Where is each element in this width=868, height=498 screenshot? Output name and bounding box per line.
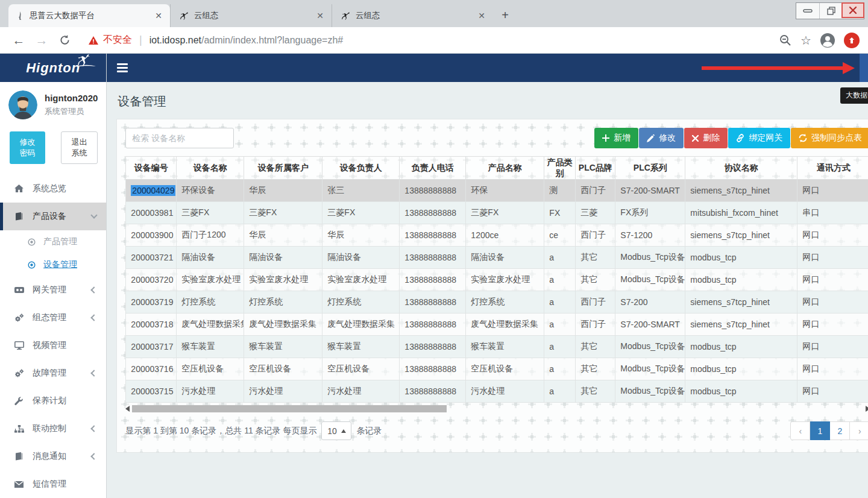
table-cell: 13888888888 (400, 314, 466, 336)
add-button[interactable]: 新增 (594, 128, 638, 148)
sidebar-item-maintenance-plan[interactable]: 保养计划 (0, 387, 106, 415)
new-tab-button[interactable]: + (497, 7, 514, 24)
bookmark-star-icon[interactable]: ☆ (800, 33, 811, 48)
bind-gateway-button[interactable]: 绑定网关 (728, 128, 790, 148)
column-header: 设备负责人 (322, 157, 400, 180)
browser-tab-3[interactable]: 云组态 ✕ (332, 4, 493, 27)
sidebar-item-message-notification[interactable]: 消息通知 (0, 443, 106, 470)
caret-up-icon (341, 429, 346, 433)
toolbar: 新增 修改 删除 绑定网关 (125, 128, 868, 148)
table-row[interactable]: 200003716空压机设备空压机设备空压机设备13888888888空压机设备… (126, 358, 868, 380)
user-avatar[interactable] (8, 90, 37, 119)
tab-close-icon[interactable]: ✕ (315, 10, 326, 21)
scrollbar-thumb[interactable] (132, 405, 447, 412)
tab-close-icon[interactable]: ✕ (153, 10, 164, 21)
table-row[interactable]: 200003715污水处理污水处理污水处理13888888888污水处理a其它M… (126, 380, 868, 403)
browser-tab-strip: 思普云大数据平台 ✕ 云组态 ✕ 云组态 ✕ + (0, 0, 868, 27)
delete-button[interactable]: 删除 (684, 128, 728, 148)
table-cell: 测 (544, 180, 576, 202)
table-row[interactable]: 200003718废气处理数据采集废气处理数据采集废气处理数据采集1388888… (126, 314, 868, 336)
book-icon (14, 212, 25, 221)
search-input[interactable] (125, 128, 234, 148)
sidebar-submenu-product-device: 产品管理 设备管理 (0, 230, 106, 276)
chevron-left-icon (91, 370, 98, 376)
scrollbar-track[interactable] (132, 405, 863, 412)
sidebar-item-sms-management[interactable]: 短信管理 (0, 470, 106, 498)
sidebar-item-product-management[interactable]: 产品管理 (0, 230, 106, 253)
change-password-button[interactable]: 修改密码 (10, 131, 45, 164)
window-restore-button[interactable] (819, 3, 842, 19)
table-cell: 三菱FX (177, 202, 244, 224)
dot-circle-icon (28, 261, 37, 269)
table-cell: siemens_s7tcp_hinet (685, 291, 797, 314)
pagination-page-2[interactable]: 2 (830, 421, 850, 440)
scroll-right-icon[interactable] (866, 406, 868, 412)
tab-title: 云组态 (356, 10, 471, 21)
sidebar-toggle-hamburger-icon[interactable] (107, 54, 137, 82)
url-text[interactable]: iot.idosp.net/admin/index.html?language=… (149, 35, 344, 46)
scroll-left-icon[interactable] (125, 406, 130, 412)
table-cell: 网口 (797, 180, 868, 202)
table-cell: a (544, 269, 576, 291)
table-cell: 串口 (797, 202, 868, 224)
table-cell: 隔油设备 (177, 247, 244, 269)
table-cell: 实验室废水处理 (466, 269, 544, 291)
sidebar-item-device-management[interactable]: 设备管理 (0, 253, 106, 276)
table-cell: Modbus_Tcp设备 (615, 269, 685, 291)
back-icon[interactable]: ← (8, 30, 29, 51)
logout-button[interactable]: 退出系统 (61, 131, 98, 164)
table-cell: 西门子 (576, 224, 615, 247)
sidebar-item-video-management[interactable]: 视频管理 (0, 332, 106, 359)
horizontal-scrollbar[interactable] (125, 404, 868, 414)
table-row[interactable]: 200003720实验室废水处理实验室废水处理实验室废水处理1388888888… (126, 269, 868, 291)
top-navbar (107, 54, 868, 82)
pagination-page-1[interactable]: 1 (810, 421, 830, 440)
browser-update-icon[interactable] (844, 33, 860, 48)
table-cell: 其它 (576, 336, 615, 358)
window-close-button[interactable] (841, 2, 864, 18)
table-cell: Modbus_Tcp设备 (615, 358, 685, 380)
window-minimize-button[interactable] (796, 3, 819, 19)
sidebar-item-fault-management[interactable]: 故障管理 (0, 359, 106, 387)
sidebar-item-scada-management[interactable]: 组态管理 (0, 304, 106, 332)
table-row[interactable]: 200003900西门子1200华辰华辰138888888881200cece西… (126, 224, 868, 247)
pagination-next-button[interactable]: › (850, 421, 868, 440)
table-cell: 网口 (797, 358, 868, 380)
table-cell: 网口 (797, 291, 868, 314)
pencil-icon (647, 134, 655, 142)
page-size-select[interactable]: 10 (321, 421, 351, 440)
browser-tab-2[interactable]: 云组态 ✕ (170, 4, 332, 27)
zoom-out-icon[interactable] (779, 34, 792, 47)
device-table: 设备编号设备名称设备所属客户设备负责人负责人电话产品名称产品类别PLC品牌PLC… (125, 156, 868, 403)
table-row[interactable]: 200003981三菱FX三菱FX三菱FX13888888888三菱FXFX三菱… (126, 202, 868, 224)
device-table-wrap: 设备编号设备名称设备所属客户设备负责人负责人电话产品名称产品类别PLC品牌PLC… (125, 156, 868, 403)
pagination-prev-button[interactable]: ‹ (790, 421, 810, 440)
content-area: 设备管理 新增 修改 (107, 82, 868, 498)
table-cell: S7-200 (615, 291, 685, 314)
wrench-icon (14, 397, 25, 405)
tab-close-icon[interactable]: ✕ (476, 10, 487, 21)
table-footer: 显示第 1 到第 10 条记录，总共 11 条记录 每页显示 10 条记录 ‹ … (125, 421, 868, 444)
table-cell: 隔油设备 (244, 247, 322, 269)
table-cell: 13888888888 (400, 291, 466, 314)
force-sync-button[interactable]: 强制同步点表 (791, 128, 868, 148)
browser-tab-1[interactable]: 思普云大数据平台 ✕ (8, 4, 170, 27)
table-cell: modbus_tcp (685, 269, 797, 291)
edit-button[interactable]: 修改 (639, 128, 684, 148)
forward-icon[interactable]: → (31, 30, 52, 51)
table-row[interactable]: 200004029环保设备华辰张三13888888888环保测西门子S7-200… (126, 180, 868, 202)
sidebar-item-product-device[interactable]: 产品设备 (0, 203, 106, 230)
table-cell: siemens_s7tcp_hinet (685, 224, 797, 247)
desktop-icon (14, 341, 25, 350)
table-row[interactable]: 200003719灯控系统灯控系统灯控系统13888888888灯控系统a西门子… (126, 291, 868, 314)
table-row[interactable]: 200003717猴车装置猴车装置猴车装置13888888888猴车装置a其它M… (126, 336, 868, 358)
table-cell: 200003720 (126, 269, 177, 291)
reload-icon[interactable] (54, 30, 75, 51)
table-cell: 其它 (576, 269, 615, 291)
security-indicator[interactable]: 不安全 (88, 34, 132, 46)
table-row[interactable]: 200003721隔油设备隔油设备隔油设备13888888888隔油设备a其它M… (126, 247, 868, 269)
profile-icon[interactable] (820, 33, 835, 48)
sidebar-item-linkage-control[interactable]: 联动控制 (0, 415, 106, 443)
sidebar-item-system-overview[interactable]: 系统总览 (0, 175, 106, 203)
sidebar-item-gateway-management[interactable]: 网关管理 (0, 276, 106, 304)
